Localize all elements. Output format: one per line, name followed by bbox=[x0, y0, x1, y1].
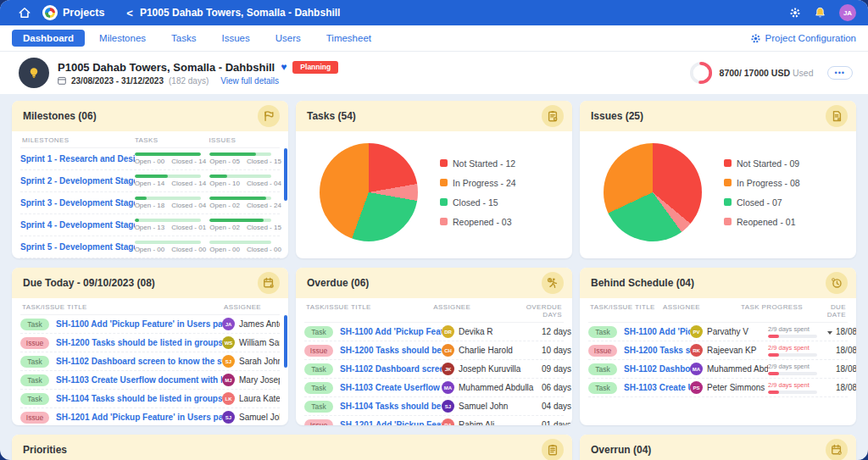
back-chevron-icon[interactable]: < bbox=[126, 8, 133, 19]
bulb-icon bbox=[27, 66, 41, 80]
budget-progress-ring bbox=[689, 61, 713, 85]
more-options-button[interactable]: ••• bbox=[827, 66, 853, 80]
due-today-row[interactable]: Issue SH-1201 Add 'Pickup Feature' in Us… bbox=[20, 408, 280, 425]
overdue-row[interactable]: Task SH-1102 Dashboard screen t... JK Jo… bbox=[304, 360, 564, 379]
due-today-row[interactable]: Task SH-1103 Create Userflow document wi… bbox=[20, 371, 280, 390]
tab[interactable]: Tasks bbox=[160, 30, 207, 47]
milestone-tasks-progress: Open - 14Closed - 14 bbox=[135, 175, 210, 188]
view-full-details-link[interactable]: View full details bbox=[220, 76, 279, 86]
milestone-link[interactable]: Sprint 4 - Development Stage 3 & U... bbox=[20, 220, 135, 230]
task-title-link[interactable]: SH-1103 Create Userflow document with hi… bbox=[56, 375, 222, 385]
overdue-days: 12 days bbox=[542, 327, 571, 336]
task-title-link[interactable]: SH-1201 Add 'Pickup Feature' in Users pa… bbox=[56, 413, 222, 422]
task-title-link[interactable]: SH-1100 Add 'Pickup Featur... bbox=[340, 327, 442, 336]
tab[interactable]: Milestones bbox=[88, 30, 157, 47]
assignee-avatar: SJ bbox=[222, 411, 235, 424]
legend-swatch bbox=[440, 159, 448, 167]
project-configuration-button[interactable]: Project Configuration bbox=[750, 33, 856, 44]
breadcrumb[interactable]: < P1005 Dahab Towers, Somalla - Dahbshil… bbox=[126, 7, 340, 19]
task-progress: 2/9 days spent bbox=[768, 344, 836, 357]
due-today-row[interactable]: Task SH-1100 Add 'Pickup Feature' in Use… bbox=[20, 315, 280, 334]
type-badge: Issue bbox=[304, 345, 333, 357]
overdue-row[interactable]: Task SH-1100 Add 'Pickup Featur... DR De… bbox=[304, 323, 564, 341]
behind-schedule-row[interactable]: Issue SH-1200 Tasks sh... RK Rajeevan KP… bbox=[588, 341, 848, 360]
milestone-row[interactable]: Sprint 5 - Development Stage 4 & U... Op… bbox=[20, 236, 280, 258]
milestone-row[interactable]: Sprint 1 - Research and Design Open - 00… bbox=[20, 148, 280, 170]
milestone-row[interactable]: Sprint 3 - Development Stage 2 & U.. Ope… bbox=[20, 192, 280, 214]
issues-pie-chart[interactable] bbox=[604, 143, 702, 241]
home-icon[interactable] bbox=[19, 7, 31, 19]
type-badge: Task bbox=[304, 326, 333, 338]
task-title-link[interactable]: SH-1100 Add 'Pickup Feature' in Users pa… bbox=[56, 319, 222, 329]
task-title-link[interactable]: SH-1102 Dashbo... bbox=[624, 364, 690, 374]
due-date: 18/08/2023 bbox=[836, 364, 856, 374]
column-header: ASSIGNEE bbox=[224, 303, 278, 311]
project-title: P1005 Dahab Towers, Somalla - Dahbshill bbox=[58, 61, 275, 74]
task-title-link[interactable]: SH-1200 Tasks should be list... bbox=[340, 346, 442, 355]
tab[interactable]: Timesheet bbox=[315, 30, 382, 47]
overdue-card-title: Overdue (06) bbox=[307, 277, 369, 289]
task-title-link[interactable]: SH-1200 Tasks should be listed in groups… bbox=[56, 338, 222, 347]
overdue-row[interactable]: Task SH-1103 Create Userflow do.. MA Muh… bbox=[304, 379, 564, 397]
favorite-heart-icon[interactable]: ♥ bbox=[281, 61, 287, 73]
settings-icon[interactable] bbox=[789, 7, 801, 19]
tab[interactable]: Users bbox=[264, 30, 312, 47]
overdue-row[interactable]: Issue SH-1200 Tasks should be list... CH… bbox=[304, 341, 564, 360]
tasks-pie-chart[interactable] bbox=[320, 143, 418, 241]
due-today-row[interactable]: Task SH-1102 Dashboard screen to know th… bbox=[20, 352, 280, 371]
due-today-row[interactable]: Issue SH-1200 Tasks should be listed in … bbox=[20, 334, 280, 352]
milestone-row[interactable]: Sprint 4 - Development Stage 3 & U... Op… bbox=[20, 214, 280, 236]
app-logo[interactable]: Projects bbox=[42, 5, 104, 20]
task-title-link[interactable]: SH-1200 Tasks sh... bbox=[624, 346, 690, 355]
overdue-days: 04 days bbox=[542, 402, 571, 411]
assignee: MA Muhammed Abdulla bbox=[442, 381, 542, 394]
assignee-name: Samuel John bbox=[459, 402, 508, 411]
milestone-row[interactable]: Sprint 2 - Development Stage 1 & 2... Op… bbox=[20, 170, 280, 192]
task-title-link[interactable]: SH-1201 Add 'Pickup Featur... bbox=[340, 420, 442, 425]
caret-down-icon[interactable] bbox=[827, 331, 832, 335]
task-title-link[interactable]: SH-1104 Tasks should be list... bbox=[340, 402, 442, 411]
milestone-link[interactable]: Sprint 2 - Development Stage 1 & 2... bbox=[20, 176, 135, 186]
type-badge: Task bbox=[20, 356, 49, 368]
overdue-row[interactable]: Task SH-1104 Tasks should be list... SJ … bbox=[304, 397, 564, 416]
flag-icon bbox=[258, 105, 280, 127]
assignee: SJ Samuel John bbox=[442, 400, 542, 413]
budget-used-suffix: Used bbox=[793, 68, 814, 78]
notifications-bell-icon[interactable] bbox=[815, 7, 826, 19]
overrun-card-title: Overrun (04) bbox=[591, 444, 651, 456]
assignee-avatar: WS bbox=[222, 336, 235, 349]
due-today-row[interactable]: Task SH-1104 Tasks should be listed in g… bbox=[20, 390, 280, 408]
task-title-link[interactable]: SH-1102 Dashboard screen to know the sta… bbox=[56, 357, 222, 366]
legend-label: Not Started - 09 bbox=[737, 158, 799, 169]
user-avatar[interactable]: JA bbox=[839, 4, 856, 21]
tab[interactable]: Dashboard bbox=[12, 30, 85, 47]
assignee: CH Charlie Harold bbox=[442, 344, 542, 357]
task-title-link[interactable]: SH-1100 Add 'Pic... bbox=[624, 327, 690, 336]
legend-item: Closed - 15 bbox=[440, 197, 516, 208]
task-title-link[interactable]: SH-1103 Create Userflow do.. bbox=[340, 383, 442, 392]
project-status-badge: Planning bbox=[292, 61, 338, 74]
behind-schedule-row[interactable]: Task SH-1103 Create U... PS Peter Simmon… bbox=[588, 379, 848, 397]
task-title-link[interactable]: SH-1103 Create U... bbox=[624, 383, 690, 392]
overdue-days: 10 days bbox=[542, 346, 571, 355]
tab[interactable]: Issues bbox=[210, 30, 260, 47]
task-title-link[interactable]: SH-1102 Dashboard screen t... bbox=[340, 364, 442, 374]
milestone-link[interactable]: Sprint 5 - Development Stage 4 & U... bbox=[20, 242, 135, 252]
assignee-name: James Antony bbox=[239, 319, 280, 329]
assignee-avatar: DR bbox=[442, 325, 454, 338]
milestone-tasks-progress: Open - 00Closed - 14 bbox=[135, 152, 210, 166]
type-badge: Task bbox=[304, 363, 333, 375]
milestone-link[interactable]: Sprint 1 - Research and Design bbox=[20, 154, 135, 163]
assignee-name: Rajeevan KP bbox=[707, 346, 756, 355]
assignee-name: Laura Katelynn bbox=[239, 394, 280, 403]
milestones-card-title: Milestones (06) bbox=[23, 110, 97, 122]
behind-schedule-row[interactable]: Task SH-1102 Dashbo... MA Muhammed Abdul… bbox=[588, 360, 848, 379]
milestone-link[interactable]: Sprint 3 - Development Stage 2 & U.. bbox=[20, 198, 135, 208]
milestones-scrollbar[interactable] bbox=[284, 148, 287, 201]
due-today-scrollbar[interactable] bbox=[284, 315, 287, 368]
calendar-small-icon bbox=[58, 76, 66, 85]
overdue-row[interactable]: Issue SH-1201 Add 'Pickup Featur... RA R… bbox=[304, 416, 564, 425]
type-badge: Task bbox=[20, 319, 49, 330]
behind-schedule-row[interactable]: Task SH-1100 Add 'Pic... PV Parvathy V 2… bbox=[588, 323, 848, 341]
task-title-link[interactable]: SH-1104 Tasks should be listed in groups… bbox=[56, 394, 222, 403]
